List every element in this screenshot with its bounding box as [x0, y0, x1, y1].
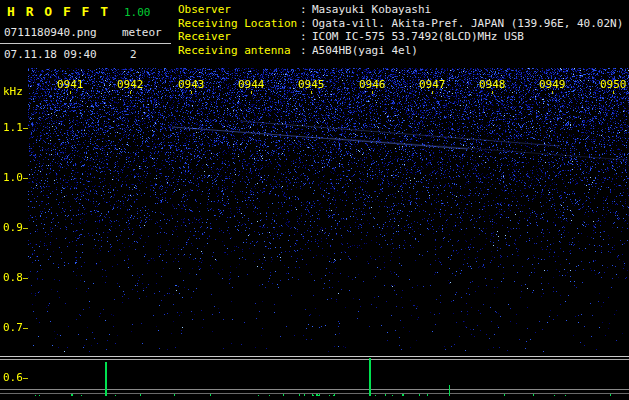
x-axis-tick-label: 0942 — [117, 79, 144, 90]
y-axis-tick-label: 0.6 — [3, 372, 23, 383]
meteor-count: 2 — [130, 48, 137, 61]
info-colon: : — [300, 44, 312, 58]
x-axis-tick-label: 0948 — [479, 79, 506, 90]
header-bar: H R O F F T 1.00 0711180940.png meteor 0… — [0, 0, 629, 68]
x-axis-tick-label: 0950 — [600, 79, 627, 90]
app-version: 1.00 — [124, 6, 151, 19]
y-axis-unit-label: kHz — [3, 86, 23, 97]
info-value: Masayuki Kobayashi — [312, 3, 431, 16]
info-row-antenna: Receiving antenna:A504HB(yagi 4el) — [178, 44, 623, 58]
y-axis-tick-label: 0.8 — [3, 272, 23, 283]
info-value: Ogata-vill. Akita-Pref. JAPAN (139.96E, … — [312, 17, 623, 30]
x-axis-tick-label: 0943 — [178, 79, 205, 90]
hrofft-screen: H R O F F T 1.00 0711180940.png meteor 0… — [0, 0, 629, 400]
info-label: Observer — [178, 3, 300, 17]
info-row-receiver: Receiver:ICOM IC-575 53.7492(8LCD)MHz US… — [178, 30, 623, 44]
y-axis-tick-label: 1.0 — [3, 172, 23, 183]
info-label: Receiving Location — [178, 17, 300, 31]
y-axis-tick-label: 0.7 — [3, 322, 23, 333]
x-axis-tick-label: 0944 — [238, 79, 265, 90]
mode-label: meteor — [122, 26, 162, 39]
app-title: H R O F F T — [7, 4, 110, 19]
x-axis-tick-label: 0949 — [539, 79, 566, 90]
x-axis-tick-label: 0946 — [359, 79, 386, 90]
output-filename: 0711180940.png — [4, 26, 97, 39]
info-row-observer: Observer:Masayuki Kobayashi — [178, 3, 623, 17]
station-info: Observer:Masayuki Kobayashi Receiving Lo… — [178, 3, 623, 57]
x-axis-tick-label: 0947 — [419, 79, 446, 90]
info-label: Receiving antenna — [178, 44, 300, 58]
info-row-location: Receiving Location:Ogata-vill. Akita-Pre… — [178, 17, 623, 31]
x-axis-tick-label: 0945 — [298, 79, 325, 90]
info-label: Receiver — [178, 30, 300, 44]
y-axis-tick-label: 0.9 — [3, 222, 23, 233]
y-axis-tick-label: 1.1 — [3, 122, 23, 133]
info-colon: : — [300, 17, 312, 31]
header-divider — [0, 43, 171, 44]
datetime-label: 07.11.18 09:40 — [4, 48, 97, 61]
info-colon: : — [300, 3, 312, 17]
info-value: ICOM IC-575 53.7492(8LCD)MHz USB — [312, 30, 524, 43]
x-axis-tick-label: 0941 — [57, 79, 84, 90]
info-colon: : — [300, 30, 312, 44]
info-value: A504HB(yagi 4el) — [312, 44, 418, 57]
